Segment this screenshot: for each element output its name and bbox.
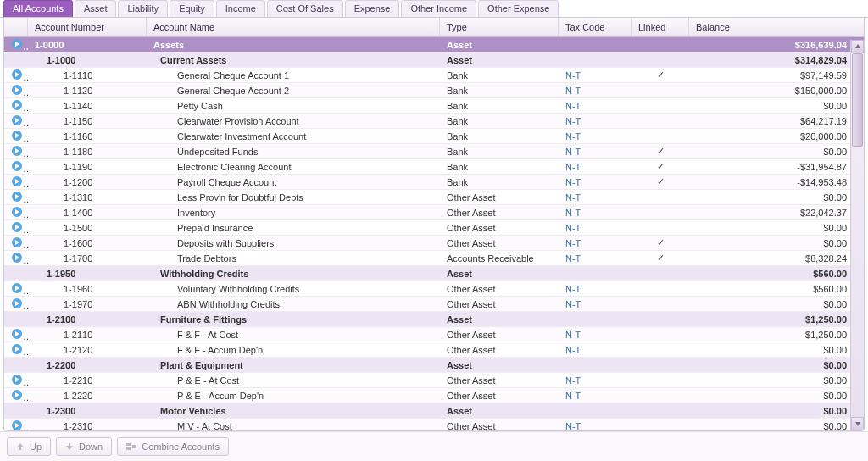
balance: $0.00 [689,406,854,416]
detail-arrow-icon[interactable] [4,236,28,250]
balance: $0.00 [689,192,854,203]
table-row[interactable]: 1-1970ABN Withholding CreditsOther Asset… [4,297,864,312]
table-row[interactable]: 1-2210P & E - At CostOther AssetN-T$0.00 [4,373,864,388]
account-number: 1-1960 [28,284,147,294]
detail-arrow-icon[interactable] [4,389,28,403]
tab-income[interactable]: Income [216,0,265,17]
detail-arrow-icon[interactable] [4,84,28,97]
table-row[interactable]: 1-1600Deposits with SuppliersOther Asset… [4,236,864,251]
table-row[interactable]: 1-1150Clearwater Provision AccountBankN-… [4,114,864,129]
balance: $0.00 [689,147,854,157]
scroll-down-button[interactable] [851,417,864,430]
table-row[interactable]: 1-1700Trade DebtorsAccounts ReceivableN-… [4,251,864,266]
account-name: Furniture & Fittings [147,314,440,325]
balance: $20,000.00 [689,131,854,142]
table-row[interactable]: 1-1310Less Prov'n for Doubtful DebtsOthe… [4,190,864,205]
table-row[interactable]: 1-1120General Cheque Account 2BankN-T$15… [4,83,864,98]
detail-arrow-icon[interactable] [4,69,28,82]
account-name: Assets [147,40,440,50]
detail-arrow-icon[interactable] [4,297,28,311]
col-tax[interactable]: Tax Code [559,18,632,36]
col-linked[interactable]: Linked [632,18,689,36]
account-number: 1-2310 [28,421,147,431]
scroll-up-button[interactable] [851,40,864,53]
col-type[interactable]: Type [440,18,559,36]
detail-arrow-icon[interactable] [4,145,28,158]
tab-equity[interactable]: Equity [170,0,214,17]
balance: $0.00 [689,345,854,355]
detail-arrow-icon[interactable] [4,114,28,128]
col-number[interactable]: Account Number [28,18,147,36]
table-row[interactable]: 1-1160Clearwater Investment AccountBankN… [4,129,864,144]
account-name: M V - At Cost [147,421,440,431]
table-row[interactable]: 1-2200Plant & EquipmentAsset$0.00 [4,358,864,373]
tax-code: N-T [559,391,632,401]
table-row[interactable]: 1-1400InventoryOther AssetN-T$22,042.37 [4,205,864,220]
tax-code: N-T [559,116,632,126]
vertical-scrollbar[interactable] [850,40,864,430]
detail-arrow-icon[interactable] [4,175,28,189]
detail-arrow-icon[interactable] [4,160,28,174]
table-row[interactable]: 1-1000Current AssetsAsset$314,829.04 [4,53,864,68]
table-row[interactable]: 1-2220P & E - Accum Dep'nOther AssetN-T$… [4,388,864,403]
table-row[interactable]: 1-2110F & F - At CostOther AssetN-T$1,25… [4,327,864,342]
tax-code: N-T [559,101,632,111]
tab-expense[interactable]: Expense [345,0,400,17]
tab-liability[interactable]: Liability [118,0,168,17]
tab-other-expense[interactable]: Other Expense [478,0,559,17]
table-row[interactable]: 1-1950Withholding CreditsAsset$560.00 [4,266,864,281]
tax-code: N-T [559,147,632,157]
detail-arrow-icon[interactable] [4,221,28,235]
detail-arrow-icon[interactable] [4,282,28,296]
tab-all-accounts[interactable]: All Accounts [3,0,73,17]
combine-accounts-button[interactable]: Combine Accounts [117,437,229,456]
table-row[interactable]: 1-1140Petty CashBankN-T$0.00 [4,98,864,114]
table-row[interactable]: 1-1190Electronic Clearing AccountBankN-T… [4,159,864,175]
up-button[interactable]: Up [7,437,51,456]
table-row[interactable]: 1-2300Motor VehiclesAsset$0.00 [4,403,864,419]
account-number: 1-1970 [28,299,147,309]
detail-arrow-icon[interactable] [4,343,28,357]
detail-arrow-icon[interactable] [4,252,28,265]
table-row[interactable]: 1-2100Furniture & FittingsAsset$1,250.00 [4,312,864,327]
detail-arrow-icon[interactable] [4,328,28,342]
col-name[interactable]: Account Name [147,18,440,36]
table-row[interactable]: 1-1110General Cheque Account 1BankN-T✓$9… [4,68,864,83]
arrow-up-icon [16,442,25,451]
account-number: 1-1200 [28,177,147,187]
table-row[interactable]: 1-1200Payroll Cheque AccountBankN-T✓-$14… [4,175,864,190]
detail-arrow-icon[interactable] [4,130,28,143]
account-type: Other Asset [440,238,559,248]
tab-other-income[interactable]: Other Income [401,0,476,17]
account-type: Asset [440,314,559,325]
table-row[interactable]: 1-2120F & F - Accum Dep'nOther AssetN-T$… [4,342,864,358]
table-row[interactable]: 1-1180Undeposited FundsBankN-T✓$0.00 [4,144,864,159]
table-row[interactable]: 1-1960Voluntary Withholding CreditsOther… [4,281,864,297]
account-type: Asset [440,269,559,279]
account-name: ABN Withholding Credits [147,299,440,309]
tab-asset[interactable]: Asset [75,0,117,17]
account-name: Electronic Clearing Account [147,162,440,172]
account-type: Other Asset [440,223,559,233]
down-button[interactable]: Down [56,437,112,456]
table-row[interactable]: 1-2310M V - At CostOther AssetN-T$0.00 [4,419,864,431]
col-balance[interactable]: Balance [689,18,854,36]
account-number: 1-1160 [28,131,147,142]
tax-code: N-T [559,299,632,309]
account-type: Other Asset [440,345,559,355]
scroll-thumb[interactable] [852,53,863,147]
account-name: Motor Vehicles [147,406,440,416]
detail-arrow-icon[interactable] [4,99,28,113]
account-type: Other Asset [440,391,559,401]
table-row[interactable]: 1-1500Prepaid InsuranceOther AssetN-T$0.… [4,220,864,236]
table-row[interactable]: 1-0000AssetsAsset$316,639.04 [4,37,864,53]
detail-arrow-icon[interactable] [4,38,28,52]
detail-arrow-icon[interactable] [4,191,28,204]
tax-code: N-T [559,238,632,248]
detail-arrow-icon[interactable] [4,419,28,432]
linked-indicator: ✓ [632,69,689,81]
tab-cost-of-sales[interactable]: Cost Of Sales [267,0,343,17]
detail-arrow-icon[interactable] [4,374,28,387]
account-number: 1-0000 [28,40,147,50]
detail-arrow-icon[interactable] [4,206,28,219]
